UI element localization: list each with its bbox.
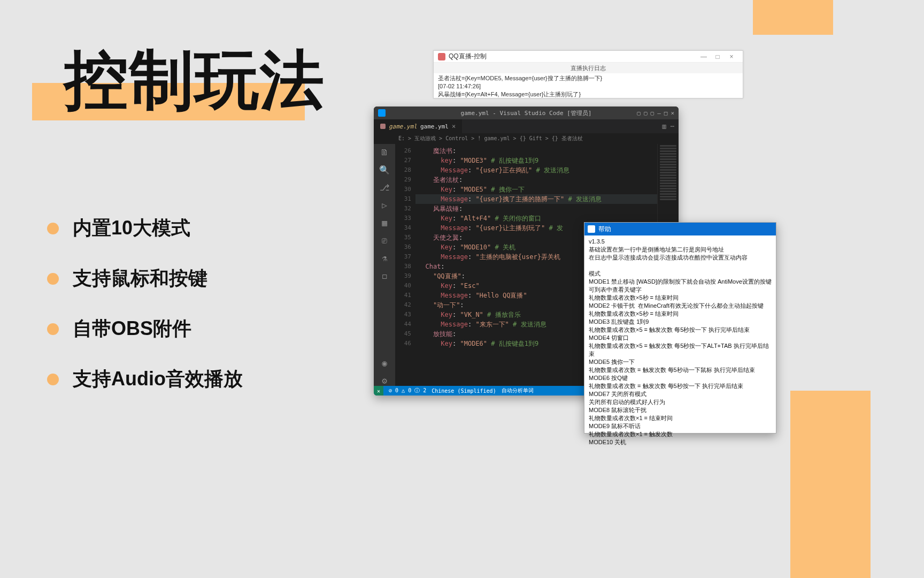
- tab-label: game.yml: [420, 123, 449, 130]
- run-debug-icon[interactable]: ▷: [382, 200, 387, 210]
- decoration-top: [753, 0, 833, 35]
- activity-bar: 🗎 🔍 ⎇ ▷ ▦ ⎚ ⚗ ◻ ◉ ⚙: [374, 144, 395, 386]
- testing-icon[interactable]: ⚗: [382, 253, 387, 263]
- remote-indicator[interactable]: ✕: [374, 386, 383, 396]
- accounts-icon[interactable]: ◉: [382, 358, 387, 368]
- help-line: 在日志中显示连接成功会提示连接成功在酷控中设置互动内容: [589, 254, 772, 262]
- help-line: MODE4 切窗口: [589, 334, 772, 342]
- bookmark-icon[interactable]: ◻: [382, 271, 387, 281]
- log-titlebar[interactable]: QQ直播-控制 — □ ×: [434, 51, 743, 63]
- code-line[interactable]: key: "MODE3" # 乱按键盘1到9: [415, 156, 657, 165]
- code-line[interactable]: 魔法书:: [415, 146, 657, 156]
- help-line: MODE7 关闭所有模式: [589, 390, 772, 398]
- vscode-title-text: game.yml - Visual Studio Code [管理员]: [461, 109, 592, 117]
- help-line: 礼物数量或者次数×5 = 触发次数 每5秒按一下ALT+TAB 执行完毕后结束: [589, 342, 772, 358]
- close-button[interactable]: ×: [725, 53, 738, 60]
- help-line: MODE5 拽你一下: [589, 358, 772, 366]
- layout-icon[interactable]: ▢: [637, 110, 641, 117]
- feature-item: 自带OBS附件: [47, 316, 243, 342]
- minimize-button[interactable]: —: [697, 53, 711, 60]
- tab-label: game.yml: [389, 123, 417, 130]
- problems-indicator[interactable]: ⊘ 0 △ 0 ⓘ 2: [389, 387, 426, 394]
- breadcrumbs[interactable]: E: > 互动游戏 > Control > ! game.yml > {} Gi…: [374, 133, 679, 144]
- minimize-button[interactable]: —: [657, 110, 661, 117]
- help-line: v1.3.5: [589, 238, 772, 246]
- log-line: [07-02 11:47:26]: [438, 82, 738, 90]
- status-mid[interactable]: 自动分析单词: [502, 387, 534, 394]
- feature-list: 内置10大模式支持鼠标和按键自带OBS附件支持Audio音效播放: [47, 215, 243, 416]
- code-line[interactable]: 圣者法杖:: [415, 175, 657, 185]
- bullet-icon: [47, 223, 59, 234]
- code-line[interactable]: Key: "MODE5" # 拽你一下: [415, 185, 657, 194]
- log-line: 风暴战锤={Key=Alt+F4, Message={user}让主播别玩了}: [438, 90, 738, 98]
- explorer-icon[interactable]: 🗎: [380, 147, 389, 157]
- log-line: 圣者法杖={Key=MODE5, Message={user}搜了主播的胳膊一下…: [438, 74, 738, 82]
- help-line: 礼物数量或者次数×1 = 触发次数: [589, 430, 772, 438]
- more-icon[interactable]: ⋯: [671, 123, 674, 130]
- editor-tabs: game.yml game.yml × ▥ ⋯: [374, 119, 679, 133]
- extensions-icon[interactable]: ▦: [382, 218, 387, 228]
- help-line: MODE9 鼠标不听话: [589, 422, 772, 430]
- help-line: 礼物数量或者次数×5秒 = 结束时间: [589, 294, 772, 302]
- log-window-title: QQ直播-控制: [449, 52, 487, 61]
- help-line: MODE6 按Q键: [589, 374, 772, 382]
- log-window: QQ直播-控制 — □ × 直播执行日志 圣者法杖={Key=MODE5, Me…: [433, 50, 743, 98]
- help-title-text: 帮助: [598, 225, 611, 234]
- help-line: MODE3 乱按键盘 1到9: [589, 318, 772, 326]
- help-line: [589, 262, 772, 270]
- remote-icon[interactable]: ⎚: [382, 235, 387, 246]
- source-control-icon[interactable]: ⎇: [380, 182, 389, 193]
- help-line: 关闭所有启动的模式好人行为: [589, 398, 772, 406]
- close-button[interactable]: ×: [671, 110, 674, 117]
- feature-item: 内置10大模式: [47, 215, 243, 241]
- line-numbers: 2627282930313233343536373839404142434445…: [395, 144, 415, 386]
- feature-label: 内置10大模式: [73, 215, 190, 241]
- feature-label: 自带OBS附件: [73, 316, 191, 342]
- help-line: MODE10 关机: [589, 438, 772, 446]
- page-title: 控制玩法: [64, 37, 325, 125]
- feature-label: 支持Audio音效播放: [73, 366, 243, 392]
- layout-icon[interactable]: ▢: [644, 110, 648, 117]
- bullet-icon: [47, 273, 59, 285]
- search-icon[interactable]: 🔍: [379, 165, 390, 175]
- help-line: 礼物数量或者次数×5 = 触发次数 每5秒按一下 执行完毕后结束: [589, 326, 772, 334]
- feature-item: 支持Audio音效播放: [47, 366, 243, 392]
- app-icon: [438, 53, 445, 60]
- feature-label: 支持鼠标和按键: [73, 265, 207, 292]
- coffee-icon: [588, 225, 595, 233]
- maximize-button[interactable]: □: [711, 53, 725, 60]
- close-icon[interactable]: ×: [452, 123, 456, 130]
- help-titlebar[interactable]: 帮助: [584, 223, 776, 235]
- help-window: 帮助 v1.3.5基础设置在第一行中是倒播地址第二行是房间号地址在日志中显示连接…: [584, 222, 776, 434]
- help-body: v1.3.5基础设置在第一行中是倒播地址第二行是房间号地址在日志中显示连接成功会…: [584, 235, 776, 450]
- feature-item: 支持鼠标和按键: [47, 265, 243, 292]
- log-section-header: 直播执行日志: [434, 63, 743, 73]
- split-editor-icon[interactable]: ▥: [663, 123, 666, 130]
- editor-tab-game-yml[interactable]: game.yml game.yml ×: [374, 119, 462, 133]
- yaml-file-icon: [380, 124, 386, 129]
- status-language[interactable]: Chinese (Simplified): [432, 388, 496, 394]
- help-line: MODE1 禁止移动 [WASD]的限制按下就会自动按 AntiMove设置的按…: [589, 278, 772, 294]
- help-line: MODE2 卡顿干扰 在MineCraft有效无论按下什么都会主动抬起按键: [589, 302, 772, 310]
- log-body: 圣者法杖={Key=MODE5, Message={user}搜了主播的胳膊一下…: [434, 73, 743, 100]
- help-line: 模式: [589, 270, 772, 278]
- bullet-icon: [47, 374, 59, 385]
- help-line: 礼物数量或者次数×5秒 = 结束时间: [589, 310, 772, 318]
- code-line[interactable]: Message: "{user}正在捣乱" # 发送消息: [415, 165, 657, 175]
- help-line: 礼物数量或者次数 = 触发次数 每5秒按一下 执行完毕后结束: [589, 382, 772, 390]
- vscode-logo-icon: [378, 109, 386, 117]
- help-line: MODE8 鼠标滚轮干扰: [589, 406, 772, 414]
- decoration-bottom: [790, 391, 871, 578]
- code-line[interactable]: Message: "{user}拽了主播的胳膊一下" # 发送消息: [415, 194, 657, 204]
- help-line: 基础设置在第一行中是倒播地址第二行是房间号地址: [589, 246, 772, 254]
- bullet-icon: [47, 323, 59, 335]
- help-line: 礼物数量或者次数 = 触发次数 每5秒动一下鼠标 执行完毕后结束: [589, 366, 772, 374]
- help-line: 礼物数量或者次数×1 = 结束时间: [589, 414, 772, 422]
- vscode-titlebar[interactable]: game.yml - Visual Studio Code [管理员] ▢ ▢ …: [374, 107, 679, 119]
- settings-icon[interactable]: ⚙: [382, 376, 387, 386]
- maximize-button[interactable]: □: [664, 110, 668, 117]
- code-line[interactable]: 风暴战锤:: [415, 204, 657, 214]
- layout-icon[interactable]: ▢: [651, 110, 654, 117]
